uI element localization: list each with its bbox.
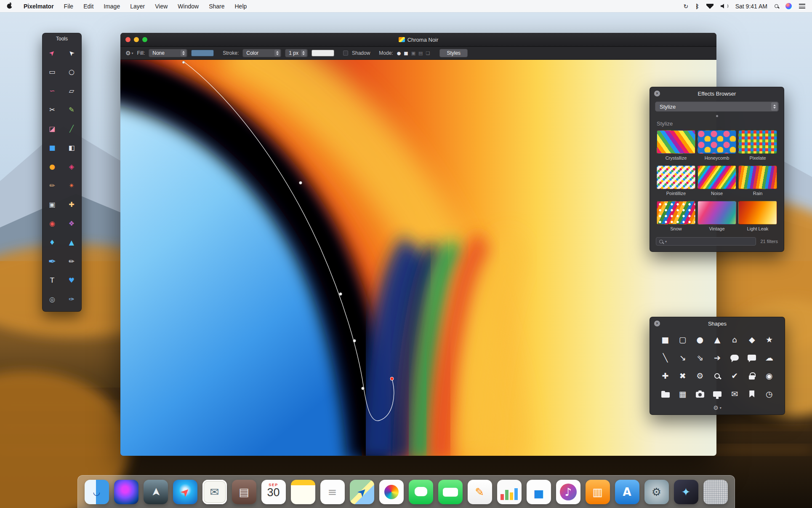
dock-calendar[interactable]: SEP 30	[261, 480, 286, 504]
dock-ibooks[interactable]: ▥	[586, 480, 610, 504]
dock-trash[interactable]	[703, 480, 728, 504]
shape-square[interactable]: ■	[660, 334, 671, 345]
dock-numbers[interactable]	[497, 480, 522, 504]
shape-diamond[interactable]: ◆	[746, 334, 757, 345]
siri-icon[interactable]	[785, 3, 792, 9]
effect-crystallize[interactable]: Crystallize	[657, 130, 695, 160]
gradient-tool-icon[interactable]: ◧	[62, 138, 81, 157]
shape-clock[interactable]: ◷	[764, 388, 775, 399]
paint-brush-tool-icon[interactable]: ✏	[43, 176, 62, 195]
shape-plus[interactable]: ✚	[660, 370, 671, 381]
healing-tool-icon[interactable]: ✚	[62, 195, 81, 214]
dodge-tool-icon[interactable]: ●	[43, 157, 62, 176]
stroke-width-field[interactable]: 1 px	[285, 49, 308, 57]
effect-lightleak[interactable]: Light Leak	[738, 201, 777, 231]
shape-line[interactable]: ╲	[660, 352, 671, 363]
crop-tool-icon[interactable]: ✂	[43, 100, 62, 119]
effect-snow[interactable]: Snow	[657, 201, 695, 231]
clone-stamp-tool-icon[interactable]: ▣	[43, 195, 62, 214]
shape-speech-bubble-square[interactable]	[746, 352, 757, 363]
shape-tool-icon[interactable]: ■	[43, 138, 62, 157]
menu-item[interactable]: Help	[234, 3, 247, 10]
shape-picture[interactable]: ▦	[677, 388, 688, 399]
bluetooth-icon[interactable]: ᛒ	[695, 3, 699, 9]
dock-notes[interactable]	[291, 480, 315, 504]
effect-rain[interactable]: Rain	[738, 166, 777, 196]
shape-eye[interactable]: ◉	[764, 370, 775, 381]
freehand-pencil-tool-icon[interactable]: ✏	[62, 252, 81, 271]
move-tool-icon[interactable]: ➤	[43, 43, 62, 62]
menu-item[interactable]: Edit	[83, 3, 93, 10]
shape-arrow-double[interactable]: ⇘	[695, 352, 706, 363]
time-machine-icon[interactable]: ↻	[684, 3, 689, 9]
shape-gear[interactable]: ⚙	[695, 370, 706, 381]
effect-honeycomb[interactable]: Honeycomb	[698, 130, 736, 160]
cursor-tool-icon[interactable]: ➤	[62, 43, 81, 62]
dock-mail[interactable]: ✉	[202, 480, 227, 504]
dock-pixelmator[interactable]: ✦	[674, 480, 698, 504]
dock-siri[interactable]	[114, 480, 138, 504]
effects-category-dropdown[interactable]: Stylize	[655, 102, 779, 112]
dock-facetime[interactable]	[438, 480, 463, 504]
dock-pages[interactable]: ✎	[468, 480, 492, 504]
shape-magnifier[interactable]	[712, 370, 723, 381]
menu-item[interactable]: Share	[209, 3, 224, 10]
effect-pixelate[interactable]: Pixelate	[738, 130, 777, 160]
apple-menu-icon[interactable]	[7, 2, 13, 11]
mode-merge-icon[interactable]: ▣	[411, 51, 415, 56]
dock-sysprefs[interactable]: ⚙	[644, 480, 669, 504]
menu-item[interactable]: Image	[104, 3, 120, 10]
shape-checkmark[interactable]: ✔	[729, 370, 740, 381]
menu-bar-clock[interactable]: Sat 9:41 AM	[735, 3, 767, 10]
wifi-icon[interactable]	[706, 4, 713, 9]
sharpen-tool-icon[interactable]: ▲	[62, 233, 81, 252]
eyedropper-tool-icon[interactable]: ✑	[62, 290, 81, 309]
dock-itunes[interactable]: ♪	[556, 480, 580, 504]
dock-messages[interactable]	[409, 480, 433, 504]
shapes-settings-gear-icon[interactable]: ⚙	[713, 404, 719, 411]
close-window-button[interactable]	[125, 37, 130, 42]
mode-split-icon[interactable]: ▤	[418, 51, 423, 56]
minimize-window-button[interactable]	[134, 37, 139, 42]
pen-tool-icon[interactable]: ✒	[43, 252, 62, 271]
shape-rounded-square[interactable]: ▢	[677, 334, 688, 345]
shape-envelope[interactable]: ✉	[729, 388, 740, 399]
dock-maps[interactable]: ➤	[350, 480, 374, 504]
shape-lock[interactable]	[746, 370, 757, 381]
menu-item[interactable]: View	[155, 3, 168, 10]
stroke-stepper[interactable]	[274, 50, 280, 56]
dock-photos[interactable]	[379, 480, 404, 504]
shape-circle[interactable]: ●	[695, 334, 706, 345]
menu-item[interactable]: Window	[178, 3, 199, 10]
fill-stepper[interactable]	[181, 50, 186, 56]
fill-color-swatch[interactable]	[191, 50, 214, 56]
close-panel-icon[interactable]: ✕	[654, 321, 660, 326]
dock-launchpad[interactable]: ➤	[144, 480, 168, 504]
tool-settings-gear-icon[interactable]: ⚙▾	[125, 50, 133, 56]
type-tool-icon[interactable]: T	[43, 271, 62, 290]
pencil-tool-icon[interactable]: ✎	[62, 100, 81, 119]
zoom-tool-icon[interactable]: ◎	[43, 290, 62, 309]
shape-cloud[interactable]: ☁	[764, 352, 775, 363]
red-eye-tool-icon[interactable]: ◉	[43, 214, 62, 233]
document-canvas[interactable]	[120, 60, 716, 456]
stroke-width-stepper[interactable]	[301, 50, 306, 56]
mode-square-icon[interactable]: ■	[404, 51, 408, 56]
dock-contacts[interactable]: ▤	[232, 480, 256, 504]
shape-bookmark[interactable]	[746, 388, 757, 399]
mode-radio-icon[interactable]: ●	[397, 51, 401, 56]
styles-button[interactable]: Styles	[439, 49, 468, 57]
dock-keynote[interactable]: ▅	[527, 480, 551, 504]
fill-dropdown[interactable]: None	[149, 49, 187, 57]
close-panel-icon[interactable]: ✕	[654, 91, 660, 96]
shape-arrow-right[interactable]: ➔	[712, 352, 723, 363]
dock-finder[interactable]: ◡	[85, 480, 109, 504]
custom-shape-tool-icon[interactable]: ♥	[62, 271, 81, 290]
ellipse-select-tool-icon[interactable]: ○	[62, 62, 81, 81]
dock-appstore[interactable]: A	[615, 480, 639, 504]
eraser-tool-icon[interactable]: ◪	[43, 119, 62, 138]
menu-item[interactable]: Layer	[130, 3, 145, 10]
dock-safari[interactable]: ➤	[173, 480, 197, 504]
polygon-lasso-tool-icon[interactable]: ▱	[62, 81, 81, 100]
shape-display[interactable]	[712, 388, 723, 399]
